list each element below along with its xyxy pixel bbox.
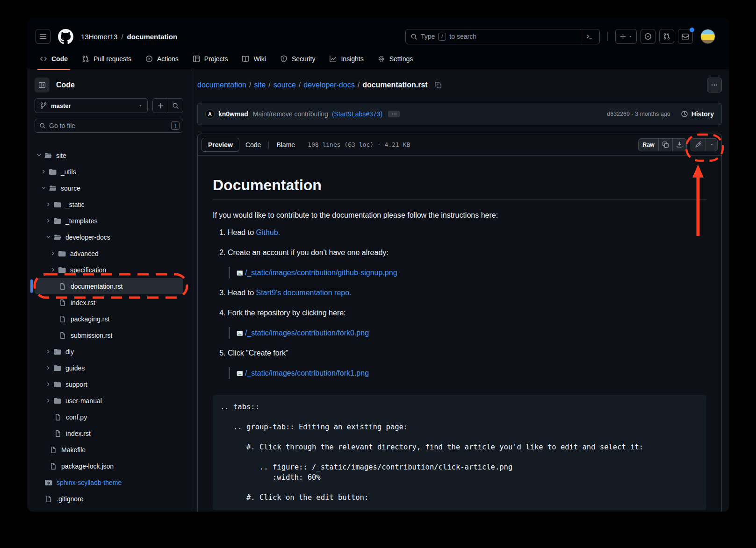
download-button[interactable] (672, 139, 686, 151)
tree-item-_static[interactable]: _static (35, 196, 183, 213)
collapse-sidebar-button[interactable] (35, 78, 50, 93)
chevron-right-icon (46, 202, 51, 207)
tree-item-_utils[interactable]: _utils (35, 164, 183, 180)
tree-item-documentation.rst[interactable]: documentation.rst (35, 278, 183, 294)
tree-item-submission.rst[interactable]: submission.rst (35, 327, 183, 343)
commit-author-avatar[interactable]: A (205, 109, 215, 119)
tab-actions[interactable]: Actions (138, 48, 186, 70)
commit-author[interactable]: kn0wmad (218, 110, 248, 118)
tree-item-advanced[interactable]: advanced (35, 245, 183, 262)
repo-nav-tabs: CodePull requestsActionsProjectsWikiSecu… (27, 48, 729, 70)
tree-item-guides[interactable]: guides (35, 360, 183, 376)
tab-settings[interactable]: Settings (371, 48, 420, 70)
commit-expand-button[interactable] (388, 111, 400, 117)
folder-open-icon (49, 185, 57, 192)
chevron-down-icon (46, 235, 51, 240)
tree-item-support[interactable]: support (35, 376, 183, 392)
user-avatar[interactable] (700, 29, 715, 44)
tab-insights[interactable]: Insights (322, 48, 370, 70)
github-logo-icon[interactable] (58, 29, 73, 44)
commit-message[interactable]: Maint/remove contributing (253, 110, 328, 118)
tree-item-user-manual[interactable]: user-manual (35, 392, 183, 409)
tree-item-package-lock.json[interactable]: package-lock.json (35, 458, 183, 474)
folder-open-icon (44, 152, 52, 159)
kebab-horizontal-icon (711, 81, 718, 89)
shield-icon (280, 55, 288, 63)
copy-path-icon[interactable] (434, 81, 442, 89)
file-icon (50, 446, 57, 454)
edit-dropdown-button[interactable] (706, 139, 717, 151)
search-tree-button[interactable] (168, 99, 183, 113)
header-divider (607, 32, 608, 41)
document-intro: If you would like to contribute to the d… (213, 209, 706, 221)
pull-request-icon (82, 55, 89, 63)
repo-context-breadcrumb: 13Homer13 / documentation (81, 33, 177, 41)
breadcrumb-segment[interactable]: source (274, 81, 296, 89)
main-content: documentation/site/source/developer-docs… (191, 70, 729, 512)
three-bars-icon (39, 33, 47, 40)
edit-file-button[interactable] (691, 139, 706, 151)
breadcrumb-segment[interactable]: documentation (197, 81, 246, 89)
tab-projects[interactable]: Projects (186, 48, 235, 70)
t-key-hint: t (171, 121, 180, 130)
history-link[interactable]: History (681, 110, 714, 118)
tree-item-sphinx-scylladb-theme[interactable]: sphinx-scylladb-theme (35, 474, 183, 491)
tree-item-index.rst[interactable]: index.rst (35, 294, 183, 311)
chevron-right-icon (50, 267, 56, 272)
instruction-list: Head to Github.Create an account if you … (213, 227, 706, 379)
issues-button[interactable] (641, 29, 655, 44)
tree-item-specification[interactable]: specification (35, 262, 183, 278)
tab-security[interactable]: Security (273, 48, 323, 70)
tree-actions-group (152, 98, 183, 113)
chevron-right-icon (46, 365, 51, 370)
file-toolbar: PreviewCodeBlame 108 lines (63 loc) · 4.… (198, 134, 721, 156)
raw-button[interactable]: Raw (639, 139, 658, 151)
tree-item-conf.py[interactable]: conf.py (35, 409, 183, 425)
branch-selector[interactable]: master (35, 98, 148, 113)
image-link[interactable]: /_static/images/contribution/fork1.png (245, 369, 369, 377)
breadcrumb-segment[interactable]: developer-docs (303, 81, 354, 89)
commit-sha-age[interactable]: d632269 · 3 months ago (607, 111, 670, 117)
step-link[interactable]: Github. (256, 228, 280, 236)
tab-wiki[interactable]: Wiki (235, 48, 273, 70)
tab-code[interactable]: Code (33, 48, 75, 70)
rendered-document: Documentation If you would like to contr… (198, 156, 721, 512)
tree-item-Makefile[interactable]: Makefile (35, 441, 183, 458)
image-link[interactable]: /_static/images/contribution/fork0.png (245, 329, 369, 337)
document-title: Documentation (213, 175, 706, 200)
raw-actions-group: Raw (638, 138, 687, 151)
create-new-button[interactable] (615, 29, 637, 44)
tree-item-developer-docs[interactable]: developer-docs (35, 229, 183, 245)
tree-item-source[interactable]: source (35, 180, 183, 196)
tree-item-diy[interactable]: diy (35, 343, 183, 360)
image-link[interactable]: /_static/images/contribution/github-sign… (245, 269, 397, 277)
table-icon (193, 55, 200, 63)
repo-name-link[interactable]: documentation (127, 33, 178, 41)
pull-requests-button[interactable] (659, 29, 674, 44)
inbox-icon (682, 33, 689, 40)
global-search-input[interactable]: Type / to search (405, 29, 600, 44)
step-link[interactable]: Start9's documentation repo. (256, 289, 351, 297)
tree-item-index.rst[interactable]: index.rst (35, 425, 183, 441)
tree-item-site[interactable]: site (35, 147, 183, 164)
repo-owner-link[interactable]: 13Homer13 (81, 33, 117, 41)
github-window: 13Homer13 / documentation Type / to sear… (27, 18, 729, 512)
commit-pr-link[interactable]: (Start9Labs#373) (332, 110, 382, 118)
go-to-file-input[interactable]: Go to file t (35, 119, 183, 133)
view-tab-preview[interactable]: Preview (202, 138, 239, 152)
copy-raw-button[interactable] (658, 139, 672, 151)
breadcrumb-segment[interactable]: site (254, 81, 266, 89)
tree-item-packaging.rst[interactable]: packaging.rst (35, 311, 183, 327)
tree-item-partial[interactable] (35, 507, 183, 512)
inbox-button[interactable] (678, 29, 693, 44)
tree-item-.gitignore[interactable]: .gitignore (35, 491, 183, 507)
add-file-button[interactable] (153, 99, 168, 113)
command-palette-icon[interactable] (580, 29, 599, 44)
file-more-actions-button[interactable] (707, 78, 722, 93)
view-tab-code[interactable]: Code (239, 138, 267, 152)
tree-item-_templates[interactable]: _templates (35, 213, 183, 229)
tab-pull-requests[interactable]: Pull requests (75, 48, 138, 70)
hamburger-button[interactable] (36, 29, 50, 44)
view-tab-blame[interactable]: Blame (270, 138, 301, 152)
search-icon (172, 102, 179, 109)
